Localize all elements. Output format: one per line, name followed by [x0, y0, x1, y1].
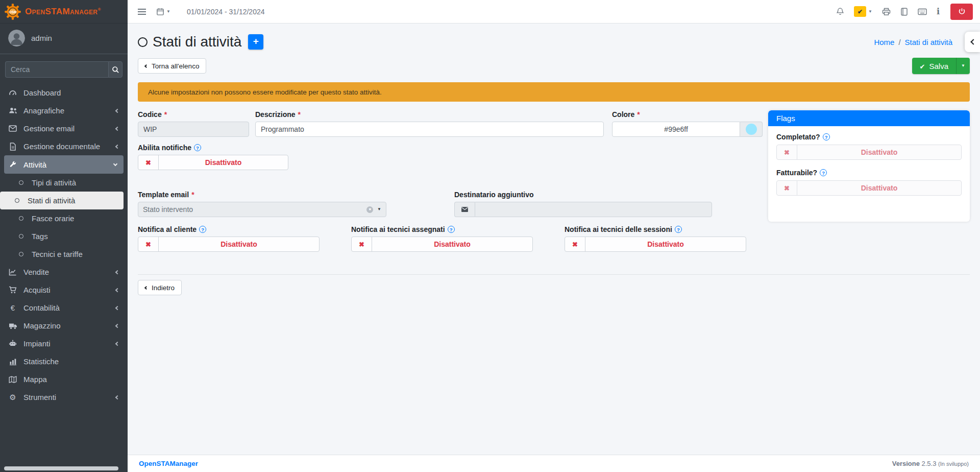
- warning-alert: Alcune impostazioni non possono essere m…: [138, 82, 970, 102]
- sidebar-scrollbar[interactable]: [4, 466, 118, 470]
- chevron-left-icon: [115, 144, 119, 148]
- circle-icon: [15, 180, 27, 185]
- destinatario-label: Destinatario aggiuntivo: [454, 191, 712, 199]
- abilita-notifiche-toggle[interactable]: Disattivato: [138, 155, 288, 170]
- completato-toggle[interactable]: Disattivato: [776, 145, 962, 160]
- sidebar-item-vendite[interactable]: Vendite: [0, 263, 128, 281]
- chevron-left-icon: [115, 323, 119, 327]
- sidebar-menu: Dashboard Anagrafiche Gestione email Ges…: [0, 81, 128, 406]
- sidebar-item-tecnici-e-tariffe[interactable]: Tecnici e tariffe: [0, 245, 128, 263]
- circle-icon: [15, 234, 27, 239]
- x-icon: [352, 237, 372, 251]
- circle-icon: [15, 216, 27, 221]
- notifications-button[interactable]: [836, 7, 844, 16]
- descrizione-input[interactable]: [255, 122, 604, 137]
- sidebar-item-strumenti[interactable]: ⚙ Strumenti: [0, 388, 128, 406]
- brand[interactable]: OSM OpenSTAManager®: [0, 0, 128, 23]
- username[interactable]: admin: [31, 34, 52, 42]
- caret-down-icon: ▼: [166, 10, 170, 14]
- book-icon: [900, 8, 908, 16]
- sidebar-item-anagrafiche[interactable]: Anagrafiche: [0, 102, 128, 120]
- completato-label: Completato?: [776, 133, 962, 141]
- colore-input[interactable]: [612, 122, 740, 137]
- sidebar-item-statistiche[interactable]: Statistiche: [0, 352, 128, 370]
- sidebar-item-stati-di-attivita[interactable]: Stati di attività: [0, 192, 124, 209]
- breadcrumb-home-link[interactable]: Home: [874, 38, 894, 46]
- notifica-sessioni-label: Notifica ai tecnici delle sessioni: [565, 225, 746, 233]
- breadcrumb-separator: /: [898, 38, 900, 46]
- notifica-tecnici-toggle[interactable]: Disattivato: [351, 237, 533, 252]
- print-button[interactable]: [882, 8, 891, 16]
- sidebar-item-attivita[interactable]: Attività: [4, 155, 124, 174]
- logout-button[interactable]: [950, 4, 973, 20]
- sidebar-search: [0, 54, 128, 81]
- search-icon: [112, 66, 119, 74]
- sidebar-item-tipi-di-attivita[interactable]: Tipi di attività: [0, 174, 128, 192]
- circle-icon: [11, 198, 22, 203]
- footer-brand-link[interactable]: OpenSTAManager: [139, 460, 198, 467]
- sidebar-item-tags[interactable]: Tags: [0, 227, 128, 245]
- sidebar-item-fasce-orarie[interactable]: Fasce orarie: [0, 209, 128, 227]
- map-icon: [7, 376, 18, 383]
- help-icon[interactable]: [675, 226, 682, 233]
- help-icon[interactable]: [199, 226, 206, 233]
- right-panel-toggle[interactable]: [965, 32, 980, 52]
- tasks-button[interactable]: ✔ ▼: [854, 6, 872, 17]
- chart-line-icon: [7, 268, 18, 276]
- help-icon[interactable]: [820, 169, 827, 176]
- help-icon[interactable]: [194, 144, 201, 151]
- wrench-icon: [7, 161, 18, 169]
- caret-down-icon: ▼: [868, 10, 872, 14]
- caret-down-icon: ▼: [377, 207, 381, 211]
- notifica-sessioni-toggle[interactable]: Disattivato: [565, 237, 746, 252]
- search-button[interactable]: [108, 61, 122, 78]
- date-range[interactable]: 01/01/2024 - 31/12/2024: [187, 8, 265, 16]
- calendar-button[interactable]: ▼: [156, 8, 170, 16]
- chevron-down-icon: [113, 161, 117, 166]
- sidebar-item-magazzino[interactable]: Magazzino: [0, 317, 128, 335]
- shortcuts-button[interactable]: [918, 8, 927, 15]
- color-preview-addon: [740, 122, 763, 137]
- osm-gear-logo: OSM: [4, 3, 21, 20]
- sidebar-item-mappa[interactable]: Mappa: [0, 370, 128, 388]
- x-icon: [565, 237, 585, 251]
- save-split-button: Salva ▼: [912, 58, 970, 74]
- chevron-left-icon: [115, 395, 119, 399]
- save-dropdown-button[interactable]: ▼: [956, 58, 970, 74]
- info-button[interactable]: i: [937, 7, 940, 16]
- sidebar-item-impianti[interactable]: Impianti: [0, 335, 128, 352]
- chevron-left-icon: [115, 108, 119, 112]
- avatar[interactable]: [8, 30, 25, 46]
- chevron-left-icon: [115, 341, 119, 345]
- sidebar-toggle-button[interactable]: [138, 11, 146, 12]
- add-record-button[interactable]: [248, 34, 263, 50]
- sidebar-item-contabilita[interactable]: € Contabilità: [0, 299, 128, 317]
- circle-icon: [15, 252, 27, 256]
- abilita-notifiche-label: Abilita notifiche: [138, 144, 288, 152]
- sidebar-item-dashboard[interactable]: Dashboard: [0, 84, 128, 102]
- back-button[interactable]: Indietro: [138, 280, 182, 295]
- notifica-cliente-toggle[interactable]: Disattivato: [138, 237, 320, 252]
- check-icon: [920, 62, 925, 70]
- x-icon: [777, 145, 797, 159]
- chevron-left-icon: [144, 64, 148, 67]
- gear-icon: ⚙: [7, 393, 18, 402]
- save-button[interactable]: Salva: [912, 58, 956, 74]
- destinatario-input: [475, 202, 712, 217]
- chevron-left-icon: [115, 305, 119, 310]
- back-to-list-button[interactable]: Torna all'elenco: [138, 58, 206, 74]
- sidebar-item-gestione-email[interactable]: Gestione email: [0, 120, 128, 137]
- help-icon[interactable]: [823, 133, 830, 140]
- cart-icon: [7, 286, 18, 294]
- sidebar-item-gestione-documentale[interactable]: Gestione documentale: [0, 137, 128, 155]
- search-input[interactable]: [5, 61, 108, 78]
- x-icon: [138, 237, 159, 251]
- fatturabile-toggle[interactable]: Disattivato: [776, 180, 962, 196]
- docs-button[interactable]: [900, 8, 908, 16]
- chevron-left-icon: [115, 270, 119, 274]
- sidebar-item-acquisti[interactable]: Acquisti: [0, 281, 128, 299]
- breadcrumb-current-link[interactable]: Stati di attività: [905, 38, 952, 46]
- help-icon[interactable]: [448, 226, 455, 233]
- breadcrumb: Home / Stati di attività: [874, 38, 952, 46]
- keyboard-icon: [918, 8, 927, 15]
